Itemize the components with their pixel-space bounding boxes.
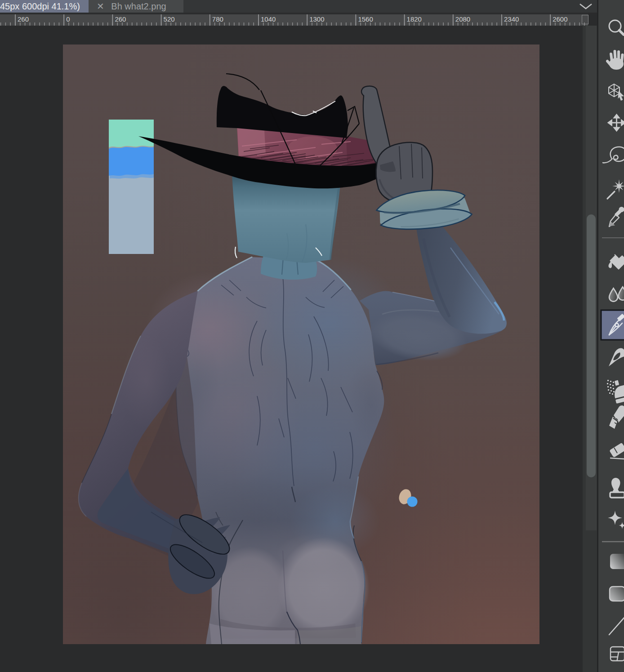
svg-text:1040: 1040 bbox=[261, 15, 276, 23]
svg-text:2600: 2600 bbox=[553, 15, 567, 23]
svg-text:1300: 1300 bbox=[309, 15, 324, 23]
svg-text:520: 520 bbox=[164, 15, 175, 23]
svg-text:2340: 2340 bbox=[504, 15, 519, 23]
svg-text:780: 780 bbox=[212, 15, 223, 23]
svg-text:2080: 2080 bbox=[455, 15, 470, 23]
svg-text:1820: 1820 bbox=[407, 15, 422, 23]
svg-text:260: 260 bbox=[115, 15, 126, 23]
svg-text:0: 0 bbox=[66, 15, 70, 23]
svg-text:1560: 1560 bbox=[358, 15, 373, 23]
svg-text:260: 260 bbox=[18, 15, 29, 23]
